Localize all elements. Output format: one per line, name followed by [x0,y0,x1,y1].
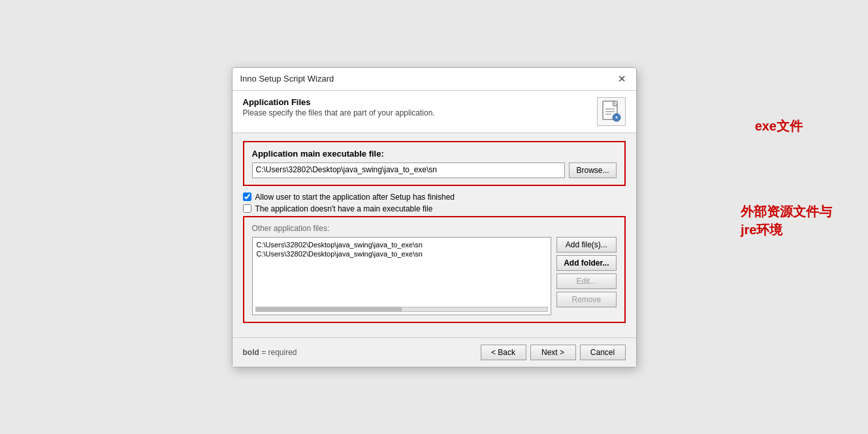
no-executable-label: The application doesn't have a main exec… [255,204,433,213]
dialog-header: Application Files Please specify the fil… [233,91,636,133]
allow-start-label: Allow user to start the application afte… [255,193,455,202]
footer-hint: bold = required [243,348,297,357]
footer-bold-text: bold [243,348,259,357]
checkbox-row-1: Allow user to start the application afte… [243,193,626,202]
annotation-files: 外部资源文件与 jre环境 [741,202,832,239]
file-item-2: C:\Users\32802\Desktop\java_swing\java_t… [255,249,549,258]
remove-button[interactable]: Remove [556,292,616,307]
add-files-button[interactable]: Add file(s)... [556,237,616,253]
file-icon: * [602,101,621,123]
other-files-content: C:\Users\32802\Desktop\java_swing\java_t… [252,237,617,315]
add-folder-button[interactable]: Add folder... [556,255,616,271]
files-buttons: Add file(s)... Add folder... Edit... Rem… [556,237,616,315]
exe-section-label: Application main executable file: [252,149,617,159]
close-button[interactable]: ✕ [617,73,628,85]
checkbox-row-2: The application doesn't have a main exec… [243,204,626,213]
annotation-exe: exe文件 [755,117,803,135]
no-executable-checkbox[interactable] [243,204,251,213]
back-button[interactable]: < Back [481,345,526,360]
dialog-titlebar: Inno Setup Script Wizard ✕ [233,68,636,91]
scrollbar-thumb [256,307,402,311]
browse-button[interactable]: Browse... [569,163,616,178]
exe-section: Application main executable file: C:\Use… [243,141,626,186]
svg-text:*: * [615,115,618,121]
files-list-area[interactable]: C:\Users\32802\Desktop\java_swing\java_t… [252,237,552,315]
dialog-body: Application main executable file: C:\Use… [233,133,636,337]
dialog-title: Inno Setup Script Wizard [240,74,334,84]
page-background: Inno Setup Script Wizard ✕ Application F… [0,0,868,434]
other-files-label: Other application files: [252,224,617,233]
dialog-window: Inno Setup Script Wizard ✕ Application F… [232,67,637,367]
dialog-subtext: Please specify the files that are part o… [243,108,435,117]
dialog-header-text: Application Files Please specify the fil… [243,97,435,117]
dialog-footer: bold = required < Back Next > Cancel [233,337,636,367]
exe-input[interactable]: C:\Users\32802\Desktop\java_swing\java_t… [252,163,566,178]
footer-buttons: < Back Next > Cancel [481,345,626,360]
cancel-button[interactable]: Cancel [580,345,626,360]
edit-button[interactable]: Edit... [556,273,616,289]
dialog-header-icon: * [597,97,626,126]
files-list-inner: C:\Users\32802\Desktop\java_swing\java_t… [253,238,551,261]
next-button[interactable]: Next > [530,345,576,360]
scrollbar-track[interactable] [255,307,549,312]
footer-hint-text: = required [259,348,297,357]
file-item-1: C:\Users\32802\Desktop\java_swing\java_t… [255,240,549,249]
other-files-section: Other application files: C:\Users\32802\… [243,216,626,323]
dialog-heading: Application Files [243,97,435,107]
allow-start-checkbox[interactable] [243,193,251,201]
exe-row: C:\Users\32802\Desktop\java_swing\java_t… [252,163,617,178]
